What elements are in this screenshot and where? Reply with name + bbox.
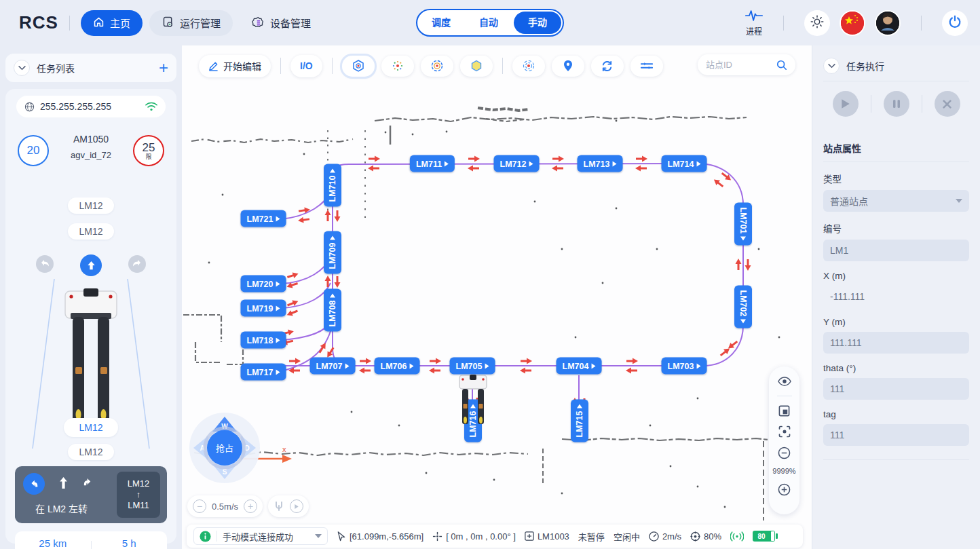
- task-exec-title: 任务执行: [846, 59, 884, 73]
- mode-tab-auto[interactable]: 自动: [465, 10, 512, 35]
- y-label: Y (m): [812, 307, 980, 332]
- nav-item-device[interactable]: 设备管理: [240, 10, 323, 36]
- map-node-LM713[interactable]: LM713: [578, 155, 623, 172]
- map-node-LM719[interactable]: LM719: [241, 300, 286, 317]
- node-direction-icon: [740, 319, 746, 323]
- collapse-task-exec-button[interactable]: [823, 58, 840, 74]
- path-direction-arrow: [369, 156, 380, 162]
- map-node-LM710[interactable]: LM710: [324, 164, 341, 207]
- refresh-button[interactable]: [591, 56, 624, 77]
- fork-play-button[interactable]: [290, 499, 303, 513]
- node-direction-icon: [445, 161, 449, 166]
- nav-item-home[interactable]: 主页: [81, 10, 143, 36]
- layer-zones-button[interactable]: [460, 56, 493, 77]
- rotate-left-button[interactable]: [35, 254, 54, 276]
- fit-view-button[interactable]: [778, 404, 790, 417]
- map-node-LM715[interactable]: LM715: [571, 400, 588, 442]
- map-node-LM703[interactable]: LM703: [662, 358, 707, 375]
- home-icon: [93, 16, 105, 30]
- nav-item-operation[interactable]: 运行管理: [149, 10, 233, 36]
- start-edit-button[interactable]: 开始编辑: [199, 55, 271, 77]
- node-direction-icon: [696, 363, 700, 368]
- agv-gauges-row: 20 AM1050 agv_id_72 25限: [5, 124, 176, 166]
- zoom-in-button[interactable]: [778, 482, 791, 496]
- theme-toggle-button[interactable]: [804, 10, 830, 36]
- theta-field[interactable]: 111: [823, 378, 969, 400]
- map-node-LM709[interactable]: LM709: [324, 231, 341, 274]
- map-node-LM711[interactable]: LM711: [410, 155, 455, 172]
- io-button[interactable]: I/O: [290, 55, 322, 77]
- theta-label: thata (°): [812, 354, 980, 378]
- chevron-down-icon: [315, 534, 322, 538]
- task-play-button[interactable]: [833, 91, 859, 117]
- mode-tab-manual[interactable]: 手动: [514, 12, 561, 34]
- chevron-down-icon: [956, 199, 962, 203]
- speed-gauge: 20: [18, 135, 49, 166]
- locate-button[interactable]: [552, 56, 584, 77]
- process-button[interactable]: 进程: [745, 10, 763, 37]
- add-task-button[interactable]: +: [159, 61, 168, 75]
- map-node-LM721[interactable]: LM721: [241, 210, 286, 227]
- map-node-LM708[interactable]: LM708: [324, 289, 341, 332]
- mode-tab-dispatch[interactable]: 调度: [417, 10, 465, 35]
- path-direction-arrow: [552, 166, 563, 172]
- power-button[interactable]: [942, 10, 968, 36]
- y-field[interactable]: 111.111: [823, 332, 969, 354]
- move-forward-button[interactable]: [80, 254, 102, 276]
- map-node-LM714[interactable]: LM714: [662, 155, 707, 172]
- route-to: LM11: [128, 500, 149, 511]
- plus-circle-icon: [778, 483, 791, 496]
- relocate-button[interactable]: [512, 56, 545, 77]
- station-search-input[interactable]: [706, 60, 776, 70]
- map-node-LM717[interactable]: LM717: [241, 364, 286, 381]
- speed-plus-button[interactable]: +: [244, 499, 257, 513]
- status-message-dropdown[interactable]: 手动模式连接成功: [193, 527, 328, 545]
- map-node-LM712[interactable]: LM712: [494, 155, 540, 172]
- zoom-out-button[interactable]: [778, 446, 791, 459]
- navigation-hint-card: LM12 ↑ LM11 在 LM2 左转: [15, 466, 167, 523]
- tag-field[interactable]: 111: [823, 424, 969, 446]
- map-node-LM705[interactable]: LM705: [450, 358, 495, 375]
- fork-icon: [274, 501, 284, 512]
- node-direction-icon: [276, 216, 280, 221]
- user-avatar[interactable]: [875, 10, 901, 36]
- agv-model: AM1050: [71, 134, 111, 145]
- task-cancel-button[interactable]: [935, 91, 960, 117]
- center-robot-button[interactable]: [778, 425, 791, 438]
- language-flag-button[interactable]: [840, 10, 865, 36]
- agv-ip-field[interactable]: 255.255.255.255: [16, 96, 166, 117]
- map-node-LM720[interactable]: LM720: [241, 276, 286, 292]
- speed-minus-button[interactable]: −: [193, 499, 206, 513]
- map-toolbar: 开始编辑 I/O: [182, 54, 812, 77]
- map-node-LM707[interactable]: LM707: [310, 358, 356, 375]
- layer-stations-button[interactable]: [342, 56, 375, 77]
- agv-identity: AM1050 agv_id_72: [71, 124, 111, 160]
- search-icon[interactable]: [776, 60, 787, 71]
- visibility-button[interactable]: [778, 375, 791, 388]
- manual-drive-controls: [5, 254, 176, 276]
- code-field[interactable]: LM1: [823, 240, 969, 261]
- map-node-LM718[interactable]: LM718: [241, 332, 286, 349]
- x-field[interactable]: -111.111: [823, 286, 969, 307]
- node-direction-icon: [612, 161, 616, 166]
- map-node-LM702[interactable]: LM702: [734, 286, 752, 328]
- map-node-LM706[interactable]: LM706: [375, 358, 420, 375]
- station-props-title: 站点属性: [812, 129, 980, 162]
- agv-ip-value: 255.255.255.255: [40, 101, 140, 112]
- collapse-task-list-button[interactable]: [14, 60, 30, 76]
- speed-limit-gauge: 25限: [133, 135, 164, 166]
- layer-rings-button[interactable]: [421, 56, 453, 77]
- map-node-LM701[interactable]: LM701: [734, 203, 752, 246]
- map-node-LM704[interactable]: LM704: [557, 358, 602, 375]
- task-pause-button[interactable]: [884, 91, 909, 117]
- type-label: 类型: [812, 162, 980, 190]
- odometer-card: 25 km 650 km 5 h 850 h: [15, 531, 167, 549]
- filter-button[interactable]: [630, 56, 663, 77]
- layer-lidar-button[interactable]: [381, 56, 414, 77]
- confidence-readout: 80%: [690, 531, 721, 542]
- type-select[interactable]: 普通站点: [823, 190, 969, 212]
- map-area[interactable]: x LM710LM711LM712LM713LM714LM701LM702LM7…: [182, 45, 812, 549]
- rotate-right-button[interactable]: [128, 254, 147, 276]
- manual-joystick[interactable]: W A S D 抢占: [187, 411, 262, 488]
- path-direction-arrow: [626, 368, 637, 374]
